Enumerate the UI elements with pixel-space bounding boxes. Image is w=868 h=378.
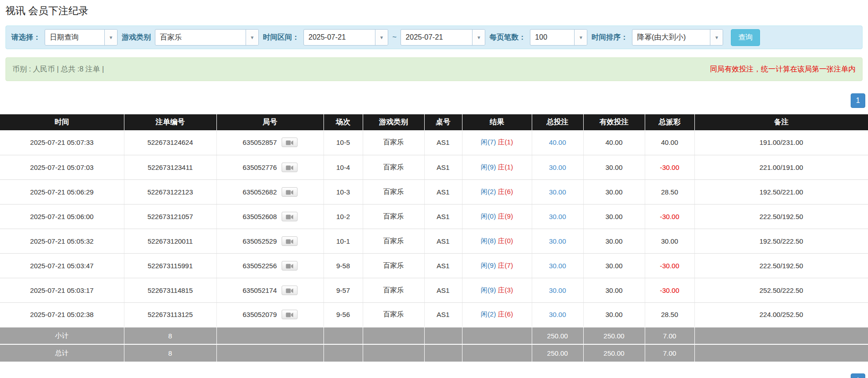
video-replay-button[interactable] (282, 212, 298, 221)
cell-result: 闲(8) 庄(0) (462, 229, 532, 253)
cell-table-no: AS1 (424, 302, 462, 327)
total-bet-link[interactable]: 30.00 (549, 213, 566, 220)
cell-result: 闲(7) 庄(1) (462, 130, 532, 155)
cell-remark: 252.50/222.50 (694, 278, 868, 302)
caret-down-icon: ▼ (574, 30, 587, 45)
col-header-payout: 总派彩 (645, 114, 694, 130)
summary-bar: 币别 : 人民币 | 总共 :8 注单 | 同局有效投注，统一计算在该局第一张注… (5, 57, 863, 81)
date-type-select[interactable]: 日期查询 ▼ (45, 29, 118, 46)
pagination-page-1-button[interactable]: 1 (851, 373, 865, 378)
cell-remark: 222.50/192.50 (694, 253, 868, 278)
search-button[interactable]: 查询 (731, 29, 760, 46)
result-banker: 庄(6) (498, 188, 513, 195)
cell-time: 2025-07-21 05:06:29 (0, 179, 124, 204)
round-number: 635052529 (242, 237, 277, 245)
pagination-bottom: 1 (3, 373, 865, 378)
total-bet-link[interactable]: 30.00 (549, 188, 566, 196)
total-bet-link[interactable]: 30.00 (549, 163, 566, 171)
cell-game-type: 百家乐 (363, 130, 424, 155)
date-type-select-value: 日期查询 (45, 33, 83, 42)
video-camera-icon (286, 239, 293, 245)
game-type-select[interactable]: 百家乐 ▼ (155, 29, 259, 46)
col-header-game-type: 游戏类别 (363, 114, 424, 130)
video-camera-icon (286, 263, 293, 269)
col-header-bet-id: 注单编号 (124, 114, 216, 130)
page-size-label: 每页笔数： (489, 33, 526, 42)
cell-remark: 192.50/222.50 (694, 229, 868, 253)
sort-order-select[interactable]: 降幂(由大到小) ▼ (632, 29, 723, 46)
cell-bet-id: 522673113125 (124, 302, 216, 327)
pagination-top: 1 (3, 93, 865, 108)
cell-game-type: 百家乐 (363, 278, 424, 302)
cell-game-type: 百家乐 (363, 179, 424, 204)
cell-payout: -30.00 (645, 253, 694, 278)
cell-round-id: 635052776 (217, 163, 324, 172)
total-bet-link[interactable]: 30.00 (549, 237, 566, 245)
total-bet-link[interactable]: 30.00 (549, 262, 566, 270)
cell-game-type: 百家乐 (363, 253, 424, 278)
video-replay-button[interactable] (282, 286, 298, 295)
cell-session: 9-56 (324, 302, 363, 327)
cell-session: 10-5 (324, 130, 363, 155)
cell-game-type: 百家乐 (363, 155, 424, 179)
total-valid-bet: 250.00 (583, 344, 645, 362)
date-from-select[interactable]: 2025-07-21 ▼ (303, 29, 388, 46)
cell-bet-id: 522673120011 (124, 229, 216, 253)
cell-remark: 192.50/221.00 (694, 179, 868, 204)
cell-valid-bet: 30.00 (583, 179, 645, 204)
video-replay-button[interactable] (282, 310, 298, 319)
video-camera-icon (286, 312, 293, 318)
sort-order-value: 降幂(由大到小) (632, 33, 690, 42)
cell-bet-id: 522673124624 (124, 130, 216, 155)
date-to-select[interactable]: 2025-07-21 ▼ (401, 29, 485, 46)
pagination-page-1-button[interactable]: 1 (851, 93, 865, 108)
table-row: 2025-07-21 05:06:00 522673121057 6350526… (0, 204, 868, 229)
caret-down-icon: ▼ (472, 30, 485, 45)
cell-valid-bet: 30.00 (583, 302, 645, 327)
date-type-label: 请选择： (11, 33, 41, 42)
total-bet-link[interactable]: 40.00 (549, 138, 566, 146)
cell-session: 9-58 (324, 253, 363, 278)
col-header-session: 场次 (324, 114, 363, 130)
round-number: 635052608 (242, 213, 277, 220)
cell-valid-bet: 30.00 (583, 278, 645, 302)
result-banker: 庄(7) (498, 261, 513, 269)
cell-session: 10-3 (324, 179, 363, 204)
table-row: 2025-07-21 05:07:33 522673124624 6350528… (0, 130, 868, 155)
table-row: 2025-07-21 05:07:03 522673123411 6350527… (0, 155, 868, 179)
table-row: 2025-07-21 05:02:38 522673113125 6350520… (0, 302, 868, 327)
date-from-value: 2025-07-21 (304, 33, 350, 41)
cell-session: 10-4 (324, 155, 363, 179)
cell-result: 闲(0) 庄(9) (462, 204, 532, 229)
subtotal-label: 小计 (0, 327, 124, 344)
cell-bet-id: 522673114815 (124, 278, 216, 302)
table-row: 2025-07-21 05:03:47 522673115991 6350522… (0, 253, 868, 278)
cell-remark: 221.00/191.00 (694, 155, 868, 179)
cell-game-type: 百家乐 (363, 302, 424, 327)
cell-table-no: AS1 (424, 179, 462, 204)
cell-game-type: 百家乐 (363, 204, 424, 229)
total-bet-link[interactable]: 30.00 (549, 286, 566, 294)
result-banker: 庄(0) (498, 237, 513, 245)
total-bet-link[interactable]: 30.00 (549, 311, 566, 318)
video-replay-button[interactable] (282, 236, 298, 246)
video-replay-button[interactable] (282, 138, 298, 147)
video-replay-button[interactable] (282, 187, 298, 197)
game-type-select-value: 百家乐 (155, 33, 186, 42)
result-player: 闲(0) (481, 212, 496, 220)
cell-result: 闲(9) 庄(3) (462, 278, 532, 302)
cell-round-id: 635052256 (217, 261, 324, 271)
video-replay-button[interactable] (282, 163, 298, 172)
page-title: 视讯 会员下注纪录 (5, 5, 868, 16)
col-header-result: 结果 (462, 114, 532, 130)
cell-table-no: AS1 (424, 229, 462, 253)
cell-round-id: 635052608 (217, 212, 324, 221)
video-camera-icon (286, 165, 293, 171)
cell-remark: 191.00/231.00 (694, 130, 868, 155)
page-size-select[interactable]: 100 ▼ (530, 29, 587, 46)
table-row: 2025-07-21 05:06:29 522673122123 6350526… (0, 179, 868, 204)
video-replay-button[interactable] (282, 261, 298, 271)
result-player: 闲(2) (481, 188, 496, 195)
cell-time: 2025-07-21 05:03:47 (0, 253, 124, 278)
caret-down-icon: ▼ (104, 30, 117, 45)
